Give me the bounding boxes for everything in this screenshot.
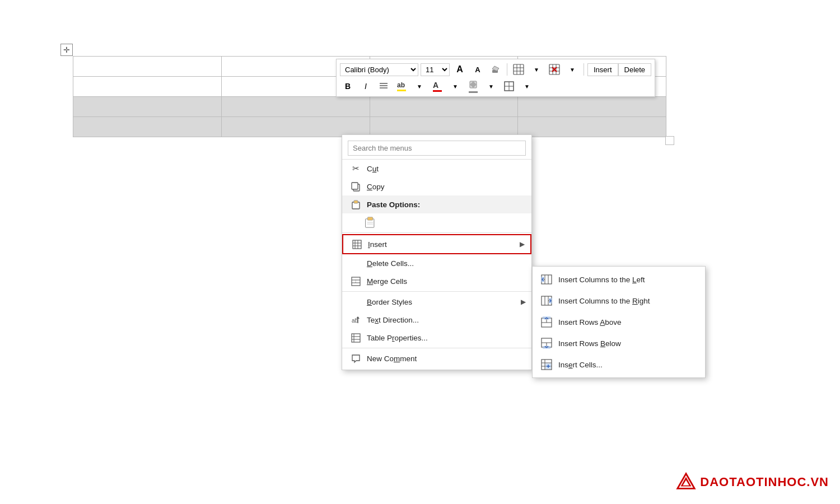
context-menu-item-insert[interactable]: Insert ▶	[342, 234, 531, 254]
borders-btn[interactable]	[501, 78, 517, 94]
delete-dropdown-icon[interactable]: ▼	[564, 62, 580, 77]
table-cell[interactable]	[221, 97, 370, 117]
highlight-color-btn[interactable]: ab	[394, 78, 409, 94]
svg-rect-34	[352, 277, 360, 286]
delete-button[interactable]: Delete	[618, 63, 652, 76]
italic-button[interactable]: I	[358, 78, 374, 94]
submenu-item-insert-col-left[interactable]: Insert Columns to the Left	[533, 269, 705, 290]
table-cell[interactable]	[518, 97, 666, 117]
merge-cells-label: Merge Cells	[367, 277, 407, 286]
insert-delete-group: Insert Delete	[587, 63, 651, 76]
table-grid-icon[interactable]	[511, 62, 526, 77]
copy-icon	[350, 181, 361, 192]
insert-col-left-label: Insert Columns to the Left	[558, 276, 645, 284]
insert-row-above-label: Insert Rows Above	[558, 318, 622, 326]
context-menu-item-cut[interactable]: ✂ Cut	[342, 160, 531, 178]
insert-col-right-label: Insert Columns to the Right	[558, 297, 650, 305]
table-cell[interactable]	[73, 57, 222, 77]
delete-cells-icon	[350, 258, 361, 269]
context-menu-item-paste-options: Paste Options:	[342, 195, 531, 213]
watermark-logo	[675, 472, 697, 493]
highlight-dropdown[interactable]: ▼	[412, 78, 427, 94]
context-menu-item-table-properties[interactable]: Table Properties...	[342, 329, 531, 347]
context-menu-search-area	[342, 137, 531, 160]
shading-btn[interactable]	[465, 78, 481, 94]
table-cell[interactable]	[73, 97, 222, 117]
submenu-item-insert-row-below[interactable]: Insert Rows Below	[533, 333, 705, 354]
border-styles-arrow: ▶	[521, 298, 526, 306]
border-styles-icon	[350, 296, 361, 307]
borders-dropdown[interactable]: ▼	[519, 78, 535, 94]
svg-rect-29	[353, 240, 361, 249]
insert-row-below-icon	[540, 337, 553, 349]
svg-rect-26	[367, 217, 372, 220]
align-icon[interactable]	[376, 78, 391, 94]
insert-submenu: Insert Columns to the Left Insert Column…	[532, 266, 706, 378]
clear-format-icon[interactable]	[488, 62, 503, 77]
insert-button[interactable]: Insert	[587, 63, 618, 76]
paste-options-icon	[350, 199, 361, 210]
separator-2	[342, 291, 531, 292]
paste-icon	[365, 217, 376, 228]
context-menu-search-input[interactable]	[348, 141, 526, 156]
toolbar-row-1: Calibri (Body) 11 A A ▼	[340, 62, 651, 77]
insert-col-right-icon	[540, 295, 553, 307]
table-cell[interactable]	[73, 117, 222, 137]
delete-table-icon[interactable]	[547, 62, 562, 77]
insert-label: Insert	[368, 240, 387, 249]
table-move-handle[interactable]: ✛	[60, 44, 73, 56]
insert-row-above-icon	[540, 316, 553, 328]
insert-col-left-icon	[540, 273, 553, 286]
context-menu-item-merge-cells[interactable]: Merge Cells	[342, 272, 531, 290]
bold-button[interactable]: B	[340, 78, 356, 94]
grow-icon[interactable]: A	[452, 62, 468, 77]
context-menu-item-delete-cells[interactable]: Delete Cells...	[342, 254, 531, 272]
text-direction-label: Text Direction...	[367, 316, 419, 324]
shading-dropdown[interactable]: ▼	[483, 78, 499, 94]
table-cell[interactable]	[370, 97, 518, 117]
delete-cells-label: Delete Cells...	[367, 259, 414, 268]
toolbar-row-2: B I ab ▼ A ▼	[340, 78, 651, 94]
font-color-dropdown[interactable]: ▼	[447, 78, 463, 94]
copy-label: Copy	[367, 183, 385, 191]
table-resize-handle[interactable]	[665, 136, 674, 145]
svg-rect-41	[352, 334, 360, 342]
comment-icon	[350, 353, 361, 364]
separator-3	[342, 348, 531, 348]
scissors-icon: ✂	[350, 163, 361, 174]
text-direction-icon: ab	[350, 314, 361, 325]
shrink-icon[interactable]: A	[470, 62, 486, 77]
svg-rect-2	[514, 64, 524, 74]
svg-rect-22	[352, 183, 358, 189]
font-size-select[interactable]: 11	[421, 63, 450, 76]
merge-cells-icon	[350, 276, 361, 287]
table-properties-label: Table Properties...	[367, 334, 428, 342]
insert-submenu-arrow: ▶	[520, 240, 525, 248]
cut-label: Cut	[367, 165, 379, 173]
font-color-btn[interactable]: A	[430, 78, 445, 94]
table-dropdown-icon[interactable]: ▼	[529, 62, 544, 77]
context-menu-item-border-styles[interactable]: Border Styles ▶	[342, 293, 531, 311]
context-menu-item-new-comment[interactable]: New Comment	[342, 349, 531, 367]
table-cell[interactable]	[518, 117, 666, 137]
svg-rect-24	[354, 200, 358, 203]
border-styles-label: Border Styles	[367, 298, 412, 306]
table-properties-icon	[350, 332, 361, 343]
insert-icon	[351, 239, 362, 250]
font-name-select[interactable]: Calibri (Body)	[340, 63, 418, 76]
insert-cells-icon	[540, 358, 553, 371]
insert-row-below-label: Insert Rows Below	[558, 339, 621, 348]
submenu-item-insert-col-right[interactable]: Insert Columns to the Right	[533, 290, 705, 311]
insert-cells-label: Insert Cells...	[558, 361, 603, 369]
mini-toolbar: Calibri (Body) 11 A A ▼	[336, 59, 655, 97]
table-row	[73, 97, 666, 117]
context-menu-item-paste-icon[interactable]	[342, 213, 531, 231]
separator-1	[342, 232, 531, 233]
watermark: DAOTAOTINHOC.VN	[675, 472, 829, 493]
context-menu-item-copy[interactable]: Copy	[342, 178, 531, 195]
context-menu-item-text-direction[interactable]: ab Text Direction...	[342, 311, 531, 329]
new-comment-label: New Comment	[367, 354, 417, 363]
submenu-item-insert-row-above[interactable]: Insert Rows Above	[533, 311, 705, 333]
submenu-item-insert-cells[interactable]: Insert Cells...	[533, 354, 705, 375]
table-cell[interactable]	[73, 77, 222, 97]
